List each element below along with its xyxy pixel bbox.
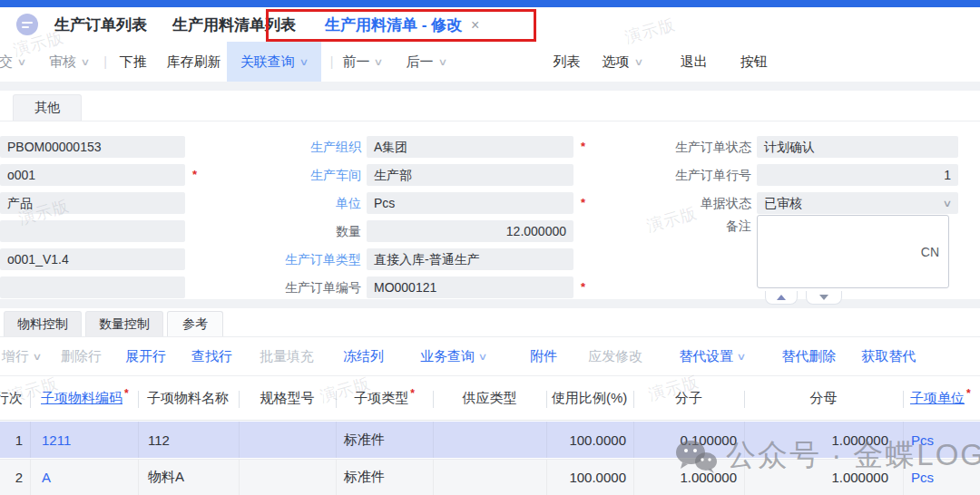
options-label: 选项 bbox=[603, 53, 630, 71]
attachment-button[interactable]: 附件 bbox=[530, 348, 557, 365]
cell-row-no[interactable]: 1 bbox=[0, 422, 30, 458]
collapse-up-button[interactable] bbox=[765, 291, 798, 305]
sub-unit-header-label: 子项单位 bbox=[910, 390, 965, 407]
tab-quantity-control[interactable]: 数量控制 bbox=[85, 311, 163, 336]
order-status-field[interactable]: 计划确认 bbox=[757, 136, 958, 158]
production-workshop-label[interactable]: 生产车间 bbox=[229, 164, 361, 186]
substitute-setting-button[interactable]: 替代设置∨ bbox=[679, 348, 745, 365]
cell-sub-unit[interactable]: Pcs bbox=[903, 422, 980, 458]
sub-type-header-label: 子项类型 bbox=[354, 390, 408, 407]
cell-supply-type[interactable] bbox=[433, 422, 546, 458]
chat-bubble-icon[interactable] bbox=[16, 14, 38, 35]
add-row-button[interactable]: 增行∨ bbox=[2, 348, 41, 365]
document-status-value: 已审核 bbox=[764, 196, 802, 210]
cell-sub-type[interactable]: 标准件 bbox=[336, 460, 433, 495]
cell-spec-model[interactable] bbox=[239, 460, 336, 495]
audit-button[interactable]: 审核∨ bbox=[49, 53, 89, 71]
table-row[interactable]: 2 A 物料A 标准件 100.0000 1.000000 1.000000 P… bbox=[0, 459, 980, 495]
col-header-spec-model: 规格型号 bbox=[239, 376, 336, 420]
push-down-button[interactable]: 下推 bbox=[120, 53, 147, 71]
tab-reference[interactable]: 参考 bbox=[167, 311, 223, 336]
left-empty-field-1[interactable] bbox=[0, 220, 185, 242]
cell-sub-material-name[interactable]: 物料A bbox=[138, 460, 239, 495]
collapse-down-button[interactable] bbox=[806, 291, 842, 305]
substitute-delete-button[interactable]: 替代删除 bbox=[781, 348, 836, 365]
table-row-selected[interactable]: 1 1211 112 标准件 100.0000 0.100000 1.00000… bbox=[0, 422, 980, 458]
triangle-down-icon bbox=[819, 295, 828, 300]
tab-other[interactable]: 其他 bbox=[13, 94, 82, 121]
inventory-refresh-button[interactable]: 库存刷新 bbox=[167, 53, 221, 71]
col-header-sub-material-code[interactable]: 子项物料编码* bbox=[30, 376, 138, 420]
delete-row-button[interactable]: 删除行 bbox=[61, 348, 102, 365]
required-mark: * bbox=[581, 140, 585, 153]
issue-modify-button[interactable]: 应发修改 bbox=[588, 348, 642, 365]
col-header-sub-unit[interactable]: 子项单位* bbox=[903, 376, 980, 420]
cell-usage-ratio[interactable]: 100.0000 bbox=[546, 422, 633, 458]
required-mark: * bbox=[410, 387, 415, 400]
cell-sub-material-name[interactable]: 112 bbox=[138, 422, 239, 458]
unit-field[interactable]: Pcs bbox=[367, 192, 573, 214]
options-button[interactable]: 选项∨ bbox=[603, 53, 642, 71]
material-name-field[interactable]: 产品 bbox=[0, 192, 185, 214]
business-query-button[interactable]: 业务查询∨ bbox=[420, 348, 486, 365]
batch-fill-button[interactable]: 批量填充 bbox=[260, 348, 314, 365]
production-org-label[interactable]: 生产组织 bbox=[229, 136, 361, 158]
order-number-label: 生产订单编号 bbox=[229, 277, 361, 298]
order-type-field[interactable]: 直接入库-普通生产 bbox=[367, 248, 573, 270]
cell-denominator[interactable]: 1.000000 bbox=[744, 460, 903, 495]
triangle-up-icon bbox=[777, 295, 786, 300]
related-query-button[interactable]: 关联查询∨ bbox=[227, 42, 321, 82]
remark-label: 备注 bbox=[626, 215, 751, 237]
left-empty-field-2[interactable] bbox=[0, 277, 185, 298]
find-row-button[interactable]: 查找行 bbox=[191, 348, 232, 365]
cell-sub-unit[interactable]: Pcs bbox=[903, 460, 980, 495]
cell-sub-material-code[interactable]: A bbox=[30, 460, 138, 495]
section-gap bbox=[0, 82, 980, 91]
order-line-no-field[interactable]: 1 bbox=[757, 164, 958, 186]
main-toolbar: 提交∨ 审核∨ | 下推 库存刷新 关联查询∨ | 前一∨ 后一∨ 列表 选项∨… bbox=[0, 42, 980, 82]
unit-label[interactable]: 单位 bbox=[229, 192, 361, 214]
list-button[interactable]: 列表 bbox=[554, 53, 581, 71]
cell-spec-model[interactable] bbox=[239, 422, 336, 458]
document-status-field[interactable]: 已审核 ∨ bbox=[757, 192, 958, 214]
freeze-column-button[interactable]: 冻结列 bbox=[343, 348, 384, 365]
material-code-field[interactable]: o001 bbox=[0, 164, 185, 186]
button-button[interactable]: 按钮 bbox=[740, 53, 768, 71]
bom-number-field[interactable]: PBOM00000153 bbox=[0, 136, 185, 158]
order-number-field[interactable]: MO000121 bbox=[367, 277, 573, 298]
remark-value: CN bbox=[921, 245, 939, 259]
bom-version-field[interactable]: o001_V1.4 bbox=[0, 248, 185, 270]
tab-material-list-edit[interactable]: 生产用料清单 - 修改× bbox=[325, 15, 479, 35]
cell-numerator[interactable]: 1.000000 bbox=[633, 460, 744, 495]
chevron-down-icon: ∨ bbox=[633, 56, 643, 68]
quantity-field[interactable]: 12.000000 bbox=[367, 220, 573, 242]
production-workshop-field[interactable]: 生产部 bbox=[367, 164, 573, 186]
tab-material-control[interactable]: 物料控制 bbox=[4, 311, 82, 336]
get-substitute-button[interactable]: 获取替代 bbox=[861, 348, 916, 365]
submit-button[interactable]: 提交∨ bbox=[0, 53, 25, 71]
remark-textarea[interactable]: CN bbox=[757, 215, 949, 288]
cell-row-no[interactable]: 2 bbox=[0, 460, 30, 495]
next-label: 后一 bbox=[407, 53, 434, 71]
required-mark: * bbox=[192, 168, 197, 181]
expand-row-button[interactable]: 展开行 bbox=[125, 348, 166, 365]
window-tab-bar: 生产订单列表 生产用料清单列表 生产用料清单 - 修改× bbox=[0, 7, 980, 42]
cell-usage-ratio[interactable]: 100.0000 bbox=[546, 460, 633, 495]
close-icon[interactable]: × bbox=[471, 17, 479, 33]
previous-button[interactable]: 前一∨ bbox=[342, 53, 382, 71]
cell-sub-material-code[interactable]: 1211 bbox=[30, 422, 138, 458]
cell-numerator[interactable]: 0.100000 bbox=[633, 422, 744, 458]
table-header-row: 行次 子项物料编码* 子项物料名称 规格型号 子项类型* 供应类型 使用比例(%… bbox=[0, 375, 980, 421]
tab-material-list-list[interactable]: 生产用料清单列表 bbox=[172, 15, 296, 35]
production-org-field[interactable]: A集团 bbox=[367, 136, 573, 158]
next-button[interactable]: 后一∨ bbox=[407, 53, 446, 71]
audit-label: 审核 bbox=[49, 53, 76, 71]
cell-supply-type[interactable] bbox=[433, 460, 546, 495]
cell-denominator[interactable]: 1.000000 bbox=[744, 422, 903, 458]
chevron-down-icon[interactable]: ∨ bbox=[943, 192, 953, 214]
order-type-label[interactable]: 生产订单类型 bbox=[229, 248, 361, 270]
chevron-down-icon: ∨ bbox=[374, 56, 384, 68]
tab-production-order-list[interactable]: 生产订单列表 bbox=[54, 15, 147, 35]
exit-button[interactable]: 退出 bbox=[681, 53, 708, 71]
cell-sub-type[interactable]: 标准件 bbox=[336, 422, 433, 458]
